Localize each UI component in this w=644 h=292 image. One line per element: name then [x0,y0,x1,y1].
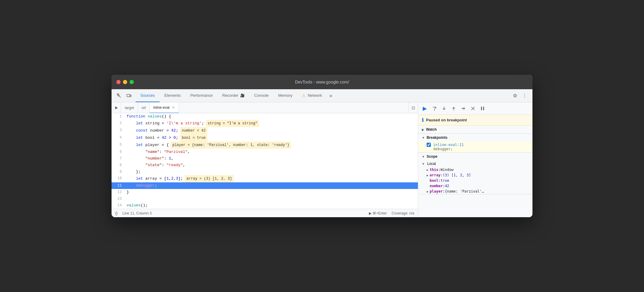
debugger-panel: ▶︎ [418,102,532,217]
line-number-2: 2 [112,120,127,126]
code-line-9: 9 }; [112,169,418,175]
player-key: player [430,189,443,193]
traffic-lights [116,80,134,84]
tab-bar-left-icons [113,92,136,100]
code-line-10: 10 let array = [1,2,3];array = (3) [1, 2… [112,175,418,182]
main-tabs: Sources Elements Performance Recorder 🎥 … [136,89,508,102]
deactivate-breakpoints-button[interactable] [469,104,477,113]
status-bar-right: ▶ ⌘+Enter Coverage: n/a [369,211,414,215]
tab-network-label: Network [308,93,322,98]
line-content-11: debugger; [127,182,418,189]
line-number-3: 3 [112,127,127,134]
watch-triangle-icon: ▶ [422,128,424,131]
line-number-10: 10 [112,175,127,182]
this-key: this [430,168,438,172]
number-key: number [430,184,443,188]
code-line-7: 7 "number": 1, [112,155,418,162]
file-tab-inline-eval[interactable]: inline-eval ✕ [150,102,179,113]
top-tab-bar: Sources Elements Performance Recorder 🎥 … [112,89,532,102]
number-colon: : [443,184,445,188]
this-colon: : [438,168,440,172]
main-content: target ref inline-eval ✕ ⊡ [112,102,532,217]
line-number-9: 9 [112,169,127,175]
watch-label: Watch [426,127,437,132]
format-icon[interactable]: {} [115,211,118,215]
more-tabs-button[interactable]: » [327,93,335,99]
tab-recorder-label: Recorder [222,93,238,98]
tab-recorder[interactable]: Recorder 🎥 [217,89,249,102]
player-value: {name: 'Parzival'… [445,189,484,193]
tab-elements[interactable]: Elements [160,89,186,102]
minimize-button[interactable] [123,80,127,84]
line-content-8: "state": "ready", [127,162,418,169]
code-line-5: 5 let player = {player = {name: 'Parziva… [112,141,418,149]
scope-section-header[interactable]: ▼ Scope [418,153,532,160]
maximize-button[interactable] [130,80,134,84]
breakpoint-checkbox[interactable] [427,143,431,147]
file-tab-run-icon[interactable] [112,102,121,113]
local-scope-group[interactable]: ▼ Local [418,160,532,167]
customize-devtools-icon[interactable]: ⋮ [520,92,529,100]
number-value: 42 [445,184,449,188]
scope-prop-this[interactable]: ▶ this : Window [418,167,532,172]
settings-icon[interactable]: ⚙ [511,92,519,100]
file-tab-target-label: target [125,106,134,110]
tab-memory-label: Memory [278,93,293,98]
breakpoint-code-label: debugger; [433,147,529,151]
array-colon: : [440,173,443,177]
run-button[interactable]: ▶ ⌘+Enter [369,211,387,215]
pause-on-exceptions-button[interactable] [478,104,487,113]
watch-section-header[interactable]: ▶ Watch [418,126,532,133]
tab-console[interactable]: Console [250,89,274,102]
tab-performance[interactable]: Performance [186,89,217,102]
code-line-2: 2 let string = 'I\'m a string';string = … [112,120,418,127]
watch-section: ▶ Watch [418,126,532,134]
step-over-button[interactable] [430,104,439,113]
bool-key: bool [430,178,438,183]
step-into-button[interactable] [440,104,448,113]
breakpoint-item-1: inline-eval:11 debugger; [418,141,532,152]
breakpoint-check-row: inline-eval:11 [427,143,529,147]
resume-button[interactable]: ▶︎ [421,104,429,113]
file-tab-ref[interactable]: ref [138,102,150,113]
scope-prop-number: ▶ number : 42 [418,183,532,189]
line-number-8: 8 [112,162,127,169]
code-line-11: 11 debugger; [112,182,418,189]
line-number-4: 4 [112,134,127,141]
line-content-4: let bool = 42 > 0;bool = true [127,134,418,141]
svg-rect-6 [481,107,482,110]
line-content-5: let player = {player = {name: 'Parzival'… [127,141,418,149]
close-tab-icon[interactable]: ✕ [172,105,175,110]
file-tab-ref-label: ref [142,106,146,110]
code-editor[interactable]: 1 function values() { 2 let string = 'I\… [112,113,418,209]
inspect-element-icon[interactable] [115,92,124,100]
bool-colon: : [438,178,440,183]
array-key: array [430,173,440,177]
tab-sources[interactable]: Sources [136,89,160,102]
debugger-toolbar: ▶︎ [418,102,532,115]
code-line-13: 13 [112,196,418,202]
this-expand-icon: ▶ [427,168,428,172]
scope-prop-player[interactable]: ▶ player : {name: 'Parzival'… [418,189,532,194]
file-tab-target[interactable]: target [121,102,138,113]
array-expand-icon: ▶ [427,174,428,177]
line-number-11: 11 [112,182,127,189]
step-button[interactable] [459,104,468,113]
close-button[interactable] [116,80,121,84]
split-editor-icon[interactable]: ⊡ [408,102,418,113]
code-line-12: 12 } [112,189,418,196]
device-toggle-icon[interactable] [125,92,133,100]
scope-prop-array[interactable]: ▶ array : (3) [1, 2, 3] [418,172,532,178]
tab-memory[interactable]: Memory [274,89,297,102]
recorder-icon: 🎥 [240,93,245,98]
breakpoints-section-header[interactable]: ▼ Breakpoints [418,134,532,141]
step-out-button[interactable] [449,104,458,113]
paused-label: Paused on breakpoint [426,118,467,122]
tab-network[interactable]: ⚠ Network [297,89,327,102]
cursor-position: Line 11, Column 3 [122,211,152,215]
svg-rect-2 [130,95,131,97]
line-content-1: function values() { [127,113,418,120]
devtools-window: DevTools - www.google.com/ [112,75,532,217]
code-line-3: 3 const number = 42;number = 42 [112,127,418,134]
line-number-1: 1 [112,113,127,120]
